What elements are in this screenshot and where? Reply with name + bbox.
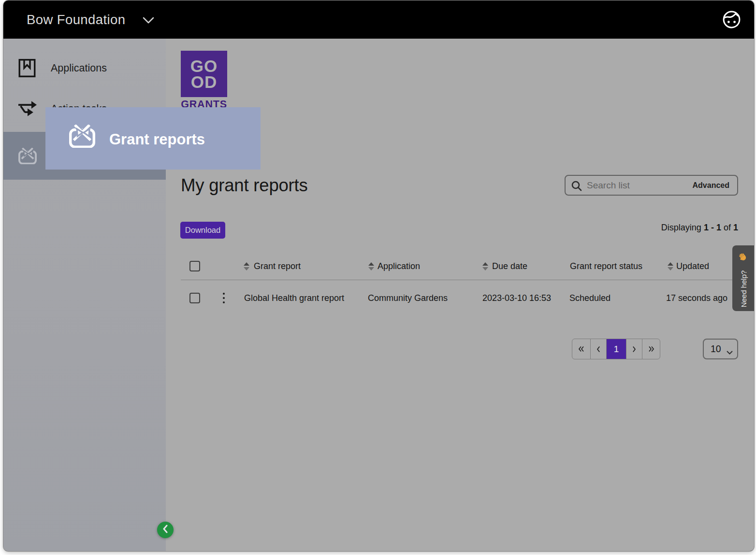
row-actions-kebab-icon[interactable] [217, 291, 231, 305]
row-checkbox[interactable] [189, 293, 200, 303]
table-header: Grant report Application Due date Grant … [166, 256, 754, 276]
chevron-left-icon [596, 346, 600, 353]
pagination-first-button[interactable] [572, 339, 590, 359]
grant-reports-icon [69, 125, 95, 149]
flyout-label: Grant reports [109, 108, 205, 171]
sidebar-item-applications[interactable]: Applications [3, 48, 166, 88]
pagination-next-button[interactable] [626, 339, 642, 359]
chevron-down-icon [143, 17, 154, 26]
cell-due-date: 2023-03-10 16:53 [482, 288, 551, 308]
good-grants-logo: GO OD GRANTS [181, 51, 227, 109]
column-header-application[interactable]: Application [378, 256, 420, 276]
send-arrows-icon [18, 99, 37, 119]
search-input[interactable]: Search list [587, 176, 630, 195]
sort-asc-arrow-icon [668, 262, 673, 266]
summary-total: 1 [733, 223, 738, 232]
column-header-updated[interactable]: Updated [676, 256, 709, 276]
cell-updated: 17 seconds ago [666, 288, 727, 308]
org-name: Bow Foundation [27, 12, 125, 28]
bookmark-icon [18, 58, 37, 78]
column-header-due-date[interactable]: Due date [492, 256, 527, 276]
logo-square: GO OD [181, 51, 227, 97]
select-all-checkbox[interactable] [189, 261, 200, 271]
page-title: My grant reports [181, 176, 308, 195]
sort-desc-arrow-icon [668, 267, 673, 270]
sort-desc-arrow-icon [368, 267, 374, 270]
sort-desc-arrow-icon [244, 267, 249, 270]
chevron-down-icon [727, 348, 733, 356]
cell-status: Scheduled [569, 288, 611, 308]
org-switcher[interactable]: Bow Foundation [3, 0, 168, 39]
summary-range: 1 - 1 [704, 223, 721, 232]
pagination-page-1[interactable]: 1 [606, 339, 626, 359]
sidebar-item-label: Applications [51, 62, 107, 74]
search-box[interactable]: Search list Advanced [565, 175, 738, 196]
kebab-dot [223, 297, 225, 299]
kebab-dot [223, 293, 225, 295]
sort-icon[interactable] [668, 262, 673, 270]
sort-icon[interactable] [482, 262, 488, 270]
sort-icon[interactable] [368, 262, 374, 270]
top-bar: Bow Foundation [3, 0, 754, 39]
chevron-right-icon [632, 346, 636, 353]
summary-connector: of [724, 223, 731, 232]
column-header-grant-report[interactable]: Grant report [254, 256, 301, 276]
sort-asc-arrow-icon [368, 262, 374, 266]
sort-asc-arrow-icon [482, 262, 488, 266]
cell-grant-report[interactable]: Global Health grant report [244, 288, 344, 308]
page-size-value: 10 [711, 340, 721, 358]
logo-line1: GO [190, 58, 218, 74]
sort-asc-arrow-icon [244, 262, 249, 266]
kebab-dot [223, 301, 225, 303]
need-help-label: Need help? [739, 270, 747, 308]
search-icon [571, 181, 582, 191]
sort-desc-arrow-icon [482, 267, 488, 270]
logo-line2: OD [191, 74, 218, 90]
collapse-sidebar-button[interactable] [157, 522, 174, 538]
page-size-select[interactable]: 10 [703, 339, 738, 359]
app-window: Bow Foundation Applications [3, 0, 754, 551]
sort-icon[interactable] [244, 262, 249, 270]
results-summary: Displaying 1 - 1 of 1 [661, 223, 738, 233]
double-chevron-right-icon [648, 346, 654, 352]
chevron-left-icon [161, 525, 169, 535]
grant-reports-flyout[interactable]: Grant reports [45, 107, 261, 170]
pagination: 1 [572, 339, 660, 359]
download-button[interactable]: Download [180, 222, 225, 239]
waving-hand-icon [738, 252, 748, 262]
table-row[interactable]: Global Health grant report Community Gar… [166, 288, 754, 308]
column-header-status[interactable]: Grant report status [570, 256, 642, 276]
pagination-last-button[interactable] [642, 339, 660, 359]
table-header-divider [181, 280, 739, 280]
advanced-search-button[interactable]: Advanced [693, 176, 729, 195]
grant-reports-icon [18, 146, 37, 166]
cell-application: Community Gardens [368, 288, 448, 308]
double-chevron-left-icon [578, 346, 584, 352]
need-help-tab[interactable]: Need help? [732, 245, 754, 311]
pagination-prev-button[interactable] [590, 339, 606, 359]
summary-prefix: Displaying [661, 223, 701, 232]
user-account-icon[interactable] [723, 11, 741, 28]
